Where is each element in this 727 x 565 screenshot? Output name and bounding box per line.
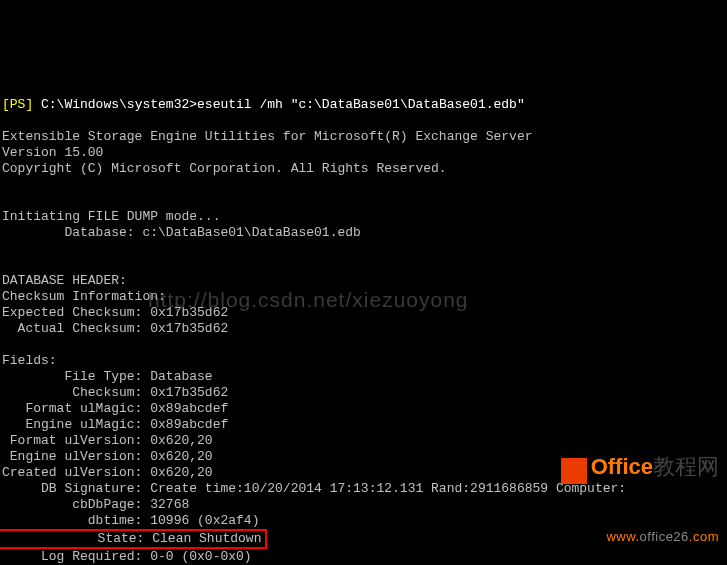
section-checksum-info: Checksum Information: (2, 289, 166, 304)
field-engine-ulversion: Engine ulVersion: 0x620,20 (2, 449, 213, 464)
init-line-2: Database: c:\DataBase01\DataBase01.edb (2, 225, 361, 240)
field-cbdbpage: cbDbPage: 32768 (2, 497, 189, 512)
banner-line-2: Version 15.00 (2, 145, 103, 160)
section-db-header: DATABASE HEADER: (2, 273, 127, 288)
field-engine-ulmagic: Engine ulMagic: 0x89abcdef (2, 417, 228, 432)
section-fields: Fields: (2, 353, 57, 368)
command-text: eseutil /mh "c:\DataBase01\DataBase01.ed… (197, 97, 525, 112)
state-highlight-box: State: Clean Shutdown (0, 529, 267, 549)
site-url: www.office26.com (546, 529, 719, 544)
field-log-required: Log Required: 0-0 (0x0-0x0) (2, 549, 252, 564)
field-created-ulversion: Created ulVersion: 0x620,20 (2, 465, 213, 480)
field-dbtime: dbtime: 10996 (0x2af4) (2, 513, 259, 528)
field-format-ulversion: Format ulVersion: 0x620,20 (2, 433, 213, 448)
brand-cn: 教程网 (653, 454, 719, 479)
prompt-path: C:\Windows\system32> (41, 97, 197, 112)
field-state-label: State: (4, 531, 144, 546)
field-checksum: Checksum: 0x17b35d62 (2, 385, 228, 400)
site-logo: Office教程网 www.office26.com (546, 413, 719, 559)
banner-line-1: Extensible Storage Engine Utilities for … (2, 129, 533, 144)
expected-checksum: Expected Checksum: 0x17b35d62 (2, 305, 228, 320)
field-state-value: Clean Shutdown (152, 531, 261, 546)
banner-line-3: Copyright (C) Microsoft Corporation. All… (2, 161, 447, 176)
init-line-1: Initiating FILE DUMP mode... (2, 209, 220, 224)
field-format-ulmagic: Format ulMagic: 0x89abcdef (2, 401, 228, 416)
field-db-signature: DB Signature: Create time:10/20/2014 17:… (2, 481, 626, 496)
actual-checksum: Actual Checksum: 0x17b35d62 (2, 321, 228, 336)
field-file-type: File Type: Database (2, 369, 213, 384)
brand-en: Office (591, 454, 653, 479)
ps-prefix: [PS] (2, 97, 41, 112)
office-icon (561, 458, 587, 484)
